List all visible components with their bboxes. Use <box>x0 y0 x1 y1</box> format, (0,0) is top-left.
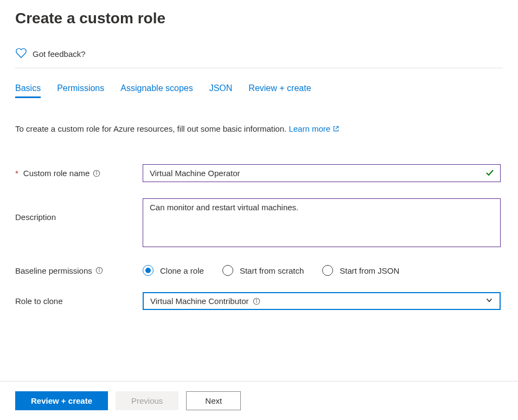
external-link-icon <box>332 125 340 134</box>
radio-label: Start from JSON <box>340 266 399 275</box>
page-title: Create a custom role <box>15 10 503 27</box>
heart-icon <box>15 48 27 60</box>
description-label: Description <box>15 198 143 222</box>
svg-point-8 <box>257 299 257 300</box>
role-name-label: * Custom role name <box>15 169 143 178</box>
description-label-text: Description <box>15 212 56 222</box>
chevron-down-icon <box>485 296 493 306</box>
description-input[interactable] <box>143 198 501 247</box>
role-to-clone-value: Virtual Machine Contributor <box>150 296 248 306</box>
info-icon[interactable] <box>95 267 103 274</box>
review-create-button[interactable]: Review + create <box>15 391 108 410</box>
required-asterisk: * <box>15 169 18 178</box>
svg-point-5 <box>99 269 99 269</box>
baseline-label: Baseline permissions <box>15 266 143 275</box>
radio-icon <box>222 265 233 276</box>
radio-icon <box>143 265 154 276</box>
intro-text: To create a custom role for Azure resour… <box>15 124 503 134</box>
radio-start-from-scratch[interactable]: Start from scratch <box>222 265 304 276</box>
role-name-input[interactable] <box>143 164 501 182</box>
baseline-label-text: Baseline permissions <box>15 266 92 275</box>
role-to-clone-select[interactable]: Virtual Machine Contributor <box>143 292 501 310</box>
svg-point-2 <box>97 171 97 172</box>
tab-assignable-scopes[interactable]: Assignable scopes <box>120 83 193 98</box>
next-button[interactable]: Next <box>186 391 241 410</box>
tab-json[interactable]: JSON <box>209 83 233 98</box>
feedback-link[interactable]: Got feedback? <box>15 48 503 68</box>
tab-review-create[interactable]: Review + create <box>248 83 311 98</box>
tab-permissions[interactable]: Permissions <box>57 83 104 98</box>
radio-start-from-json[interactable]: Start from JSON <box>322 265 399 276</box>
tab-basics[interactable]: Basics <box>15 83 41 98</box>
info-icon[interactable] <box>93 170 100 177</box>
radio-label: Clone a role <box>160 266 204 275</box>
feedback-text: Got feedback? <box>33 49 86 59</box>
learn-more-link[interactable]: Learn more <box>289 124 330 133</box>
previous-button: Previous <box>116 391 178 410</box>
baseline-radio-group: Clone a role Start from scratch Start fr… <box>143 265 501 276</box>
footer-bar: Review + create Previous Next <box>0 381 518 420</box>
role-to-clone-label-text: Role to clone <box>15 296 63 306</box>
radio-clone-a-role[interactable]: Clone a role <box>143 265 204 276</box>
radio-label: Start from scratch <box>240 266 304 275</box>
radio-icon <box>322 265 333 276</box>
role-name-label-text: Custom role name <box>23 169 90 178</box>
tabs: Basics Permissions Assignable scopes JSO… <box>15 83 503 98</box>
role-to-clone-label: Role to clone <box>15 296 143 306</box>
check-icon <box>485 168 494 178</box>
intro-body: To create a custom role for Azure resour… <box>15 124 289 133</box>
info-icon[interactable] <box>253 298 260 305</box>
